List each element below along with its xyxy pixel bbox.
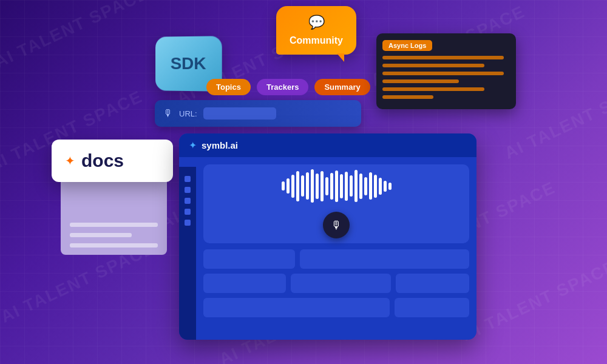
log-line bbox=[382, 72, 504, 75]
wave-bar bbox=[282, 181, 285, 190]
wave-bar bbox=[330, 173, 333, 200]
wave-bar bbox=[379, 178, 382, 195]
wave-bar bbox=[320, 171, 324, 201]
docs-logo-icon: ✦ bbox=[65, 153, 75, 168]
docs-card: ✦ docs bbox=[52, 140, 173, 182]
mic-button[interactable]: 🎙 bbox=[323, 212, 350, 238]
url-bar[interactable]: 🎙 URL: bbox=[155, 100, 361, 127]
wave-bar bbox=[287, 178, 290, 194]
wave-bar bbox=[291, 175, 294, 198]
content-row-2 bbox=[203, 274, 469, 293]
content-block bbox=[396, 274, 469, 293]
wave-bar bbox=[335, 170, 338, 202]
main-scene: SDK 💬 Community Topics Trackers Summary … bbox=[0, 0, 607, 364]
tags-row: Topics Trackers Summary bbox=[206, 79, 370, 95]
mic-icon: 🎙 bbox=[331, 219, 342, 232]
community-icon: 💬 bbox=[308, 15, 325, 30]
symbl-logo-icon: ✦ bbox=[189, 140, 197, 151]
mic-icon: 🎙 bbox=[163, 108, 173, 119]
async-logs-panel: Async Logs bbox=[376, 33, 516, 109]
wave-bar bbox=[340, 174, 343, 198]
content-row-3 bbox=[203, 298, 469, 317]
log-line bbox=[382, 64, 484, 67]
wave-bar bbox=[345, 172, 348, 201]
waveform bbox=[282, 169, 392, 203]
tag-topics[interactable]: Topics bbox=[206, 79, 251, 95]
tag-summary[interactable]: Summary bbox=[314, 79, 370, 95]
wave-bar bbox=[325, 177, 328, 195]
wave-bar bbox=[354, 170, 358, 202]
docs-label: docs bbox=[81, 150, 124, 171]
wave-bar bbox=[384, 181, 387, 192]
sidebar-dot bbox=[185, 176, 191, 182]
content-row-1 bbox=[203, 249, 469, 269]
sidebar-dot bbox=[185, 198, 191, 204]
content-rows bbox=[203, 249, 469, 317]
content-block bbox=[291, 274, 392, 293]
wave-bar bbox=[369, 172, 372, 200]
wave-bar bbox=[316, 174, 319, 199]
sidebar-dot bbox=[185, 220, 191, 226]
wave-bar bbox=[350, 175, 353, 197]
log-line bbox=[382, 56, 504, 59]
doc-line bbox=[70, 233, 132, 237]
doc-line bbox=[70, 223, 158, 227]
wave-bar bbox=[388, 183, 392, 190]
content-block bbox=[395, 298, 469, 317]
symbl-content: 🎙 bbox=[196, 157, 476, 325]
content-block bbox=[203, 249, 295, 269]
symbl-sidebar bbox=[179, 167, 196, 340]
log-line bbox=[382, 95, 433, 99]
wave-bar bbox=[296, 171, 299, 201]
doc-line bbox=[70, 243, 158, 248]
wave-bar bbox=[374, 175, 377, 198]
wave-bar bbox=[359, 174, 362, 199]
content-block bbox=[203, 274, 286, 293]
wave-bar bbox=[306, 172, 309, 200]
url-label: URL: bbox=[179, 109, 197, 118]
url-value[interactable] bbox=[203, 107, 276, 120]
community-bubble: 💬 Community bbox=[276, 6, 356, 55]
sidebar-dot bbox=[185, 187, 191, 193]
content-block bbox=[300, 249, 470, 269]
tag-trackers[interactable]: Trackers bbox=[257, 79, 309, 95]
content-block bbox=[203, 298, 390, 317]
waveform-area: 🎙 bbox=[203, 164, 469, 243]
wave-bar bbox=[364, 177, 367, 195]
wave-bar bbox=[311, 169, 314, 203]
symbl-header: ✦ symbl.ai bbox=[179, 133, 476, 157]
symbl-panel: ✦ symbl.ai bbox=[179, 133, 476, 340]
log-line bbox=[382, 87, 484, 91]
community-label: Community bbox=[290, 35, 343, 46]
sidebar-dot bbox=[185, 209, 191, 215]
wave-bar bbox=[301, 175, 304, 197]
symbl-title: symbl.ai bbox=[202, 140, 238, 150]
log-line bbox=[382, 79, 459, 83]
community-tail bbox=[337, 53, 344, 62]
sdk-label: SDK bbox=[171, 54, 206, 73]
async-logs-title: Async Logs bbox=[382, 40, 432, 51]
